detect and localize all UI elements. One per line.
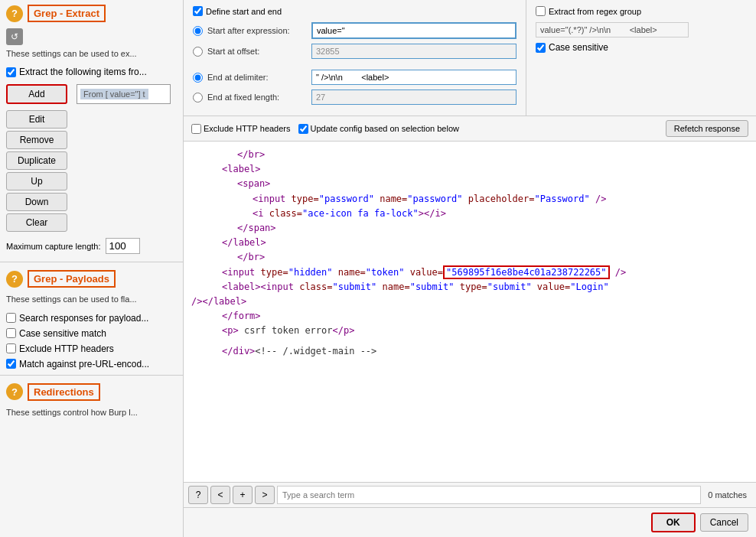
end-at-fixed-length-row: End at fixed length:: [193, 90, 516, 105]
code-line-8: </br>: [237, 250, 748, 265]
start-after-expression-row: Start after expression:: [193, 22, 516, 39]
start-at-offset-row: Start at offset:: [193, 44, 516, 59]
define-start-end-label: Define start and end: [206, 7, 282, 16]
extract-items-checkbox-row: Extract the following items fro...: [0, 64, 183, 80]
regex-input[interactable]: [536, 22, 689, 37]
code-line-15: </div><!-- /.widget-main -->: [222, 344, 748, 359]
start-after-label: Start after expression:: [207, 26, 307, 35]
define-start-end-checkbox[interactable]: [193, 6, 203, 16]
list-item-text: From [ value="] t: [80, 89, 148, 99]
remove-button[interactable]: Remove: [6, 131, 67, 149]
start-at-offset-input[interactable]: [311, 44, 516, 59]
grep-extract-section: ? Grep - Extract ↺ These settings can be…: [0, 0, 183, 259]
right-panel: Define start and end Start after express…: [184, 0, 756, 537]
end-at-delimiter-input[interactable]: [311, 70, 516, 85]
extract-list: From [ value="] t: [77, 84, 171, 104]
config-left: Define start and end Start after express…: [184, 0, 526, 116]
start-at-offset-label: Start at offset:: [207, 47, 307, 56]
up-button[interactable]: Up: [6, 172, 67, 190]
code-line-3: <span>: [237, 177, 748, 191]
refetch-button[interactable]: Refetch response: [666, 120, 748, 137]
exclude-http-checkbox[interactable]: [191, 124, 201, 134]
grep-extract-title: Grep - Extract: [28, 5, 106, 22]
start-at-offset-radio[interactable]: [193, 47, 203, 57]
options-row: Exclude HTTP headers Update config based…: [184, 116, 756, 142]
refresh-icon[interactable]: ↺: [6, 28, 23, 45]
search-responses-checkbox[interactable]: [6, 313, 16, 323]
case-sensitive-match-label: Case sensitive match: [19, 328, 106, 339]
code-line-9: <input type="hidden" name="token" value=…: [222, 265, 748, 280]
search-next-button[interactable]: >: [255, 486, 275, 504]
grep-payloads-desc: These settings can be used to fla...: [0, 292, 183, 310]
down-button[interactable]: Down: [6, 193, 67, 211]
search-bar: ? < + > 0 matches: [184, 482, 756, 507]
extract-items-checkbox[interactable]: [6, 67, 16, 77]
code-line-11: /></label>: [191, 295, 748, 309]
end-at-fixed-length-label: End at fixed length:: [207, 93, 307, 102]
match-pre-url-label: Match against pre-URL-encod...: [19, 359, 149, 369]
max-capture-input[interactable]: 100: [106, 238, 140, 254]
start-after-radio[interactable]: [193, 26, 203, 36]
grep-extract-header: ? Grep - Extract: [0, 0, 183, 27]
extract-from-regex-row: Extract from regex group: [536, 6, 747, 16]
code-line-1: </br>: [237, 148, 748, 162]
max-capture-row: Maximum capture length: 100: [0, 233, 183, 259]
end-at-fixed-length-input[interactable]: [311, 90, 516, 105]
code-line-12: </form>: [222, 309, 748, 324]
exclude-http-headers-payload-row: Exclude HTTP headers: [0, 341, 183, 356]
footer-bar: OK Cancel: [184, 507, 756, 537]
search-add-button[interactable]: +: [233, 486, 253, 504]
case-sensitive-match-checkbox[interactable]: [6, 328, 16, 338]
update-config-text: Update config based on selection below: [311, 124, 459, 133]
extract-items-label: Extract the following items fro...: [19, 67, 147, 77]
config-right: Extract from regex group Case sensitive: [526, 0, 756, 116]
match-pre-url-checkbox[interactable]: [6, 359, 16, 369]
edit-button[interactable]: Edit: [6, 110, 67, 129]
redirections-header: ? Redirections: [0, 379, 183, 405]
grep-extract-desc: These settings can be used to ex...: [0, 47, 183, 64]
extract-from-regex-label: Extract from regex group: [549, 7, 641, 16]
end-at-delimiter-row: End at delimiter:: [193, 70, 516, 85]
end-at-fixed-length-radio[interactable]: [193, 93, 203, 103]
action-buttons: Edit Remove Duplicate Up Down Clear: [0, 109, 183, 233]
grep-payloads-title: Grep - Payloads: [28, 270, 116, 288]
update-config-checkbox[interactable]: [298, 124, 308, 134]
start-after-input[interactable]: [311, 22, 516, 39]
code-line-5: <i class="ace-icon fa fa-lock"></i>: [253, 207, 748, 221]
search-input[interactable]: [277, 486, 701, 504]
define-start-end-row: Define start and end: [193, 6, 516, 16]
search-responses-label: Search responses for payload...: [19, 313, 148, 324]
search-responses-row: Search responses for payload...: [0, 311, 183, 326]
case-sensitive-match-row: Case sensitive match: [0, 326, 183, 341]
redirections-section: ? Redirections These settings control ho…: [0, 379, 183, 423]
max-capture-label: Maximum capture length:: [6, 242, 101, 251]
code-line-10: <label><input class="submit" name="submi…: [222, 280, 748, 295]
code-line-2: <label>: [222, 162, 748, 177]
end-at-delimiter-radio[interactable]: [193, 73, 203, 83]
grep-payloads-header: ? Grep - Payloads: [0, 265, 183, 292]
search-question-button[interactable]: ?: [188, 486, 208, 504]
ok-button[interactable]: OK: [651, 513, 696, 532]
match-count: 0 matches: [703, 490, 751, 500]
left-panel: ? Grep - Extract ↺ These settings can be…: [0, 0, 184, 537]
redirections-desc: These settings control how Burp l...: [0, 405, 183, 423]
clear-button[interactable]: Clear: [6, 213, 67, 232]
exclude-http-label[interactable]: Exclude HTTP headers: [191, 124, 291, 134]
code-line-13: <p> csrf token error</p>: [222, 324, 748, 338]
add-button[interactable]: Add: [6, 84, 67, 104]
code-line-4: <input type="password" name="password" p…: [253, 192, 748, 207]
end-at-delimiter-label: End at delimiter:: [207, 73, 307, 82]
code-line-14: [191, 338, 748, 344]
exclude-http-headers-payload-checkbox[interactable]: [6, 343, 16, 353]
duplicate-button[interactable]: Duplicate: [6, 151, 67, 170]
update-config-label[interactable]: Update config based on selection below: [298, 124, 459, 134]
grep-payloads-section: ? Grep - Payloads These settings can be …: [0, 265, 183, 371]
redirections-title: Redirections: [28, 383, 100, 401]
cancel-button[interactable]: Cancel: [700, 513, 748, 532]
search-prev-button[interactable]: <: [210, 486, 230, 504]
redirections-icon: ?: [6, 383, 23, 400]
code-line-7: </label>: [222, 236, 748, 250]
code-line-6: </span>: [237, 221, 748, 236]
case-sensitive-checkbox[interactable]: [536, 43, 546, 53]
extract-from-regex-checkbox[interactable]: [536, 6, 546, 16]
